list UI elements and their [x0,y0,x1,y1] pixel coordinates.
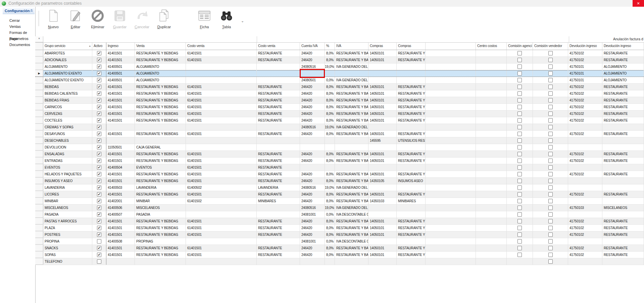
cell-grupo_servicio[interactable]: EVENTOS [43,164,92,171]
checkbox[interactable] [517,105,522,109]
cell-venta[interactable]: EVENTOS [135,164,186,171]
cell-devolucion_ingreso[interactable] [568,178,602,184]
cell-devolucion_ingreso_desc[interactable] [602,184,644,191]
cell-costo_venta_desc[interactable]: RESTAURANTE [257,164,300,171]
checkbox[interactable] [548,159,553,163]
cell-compras[interactable]: 14050101 [368,131,397,137]
cell-compras_desc[interactable] [397,124,426,130]
cell-comision_agencia[interactable] [507,90,533,97]
cell-compras_desc[interactable]: RESTAURANTE Y B [397,97,426,103]
checkbox[interactable] [548,51,553,55]
cell-ingreso[interactable]: 41401501 [106,90,135,97]
cell-activo[interactable] [92,111,106,117]
cell-costo_venta[interactable]: 61401501 [186,131,257,137]
cell-devolucion_ingreso[interactable]: 41750102 [568,231,602,238]
double-chevron-up-icon[interactable] [30,8,33,14]
cell-comision_vendedor[interactable] [533,252,568,258]
cell-costo_venta[interactable]: 61401501 [186,111,257,117]
cell-cuenta_iva[interactable]: 24080516 [300,124,325,130]
cell-devolucion_ingreso_desc[interactable]: ALOJAMIENTO [602,63,644,70]
cell-costo_venta[interactable]: 61401501 [186,97,257,103]
cell-porcentaje[interactable]: 0,0% [325,238,335,245]
cell-costo_venta[interactable]: 61401501 [186,90,257,97]
cell-activo[interactable] [92,90,106,97]
checkbox[interactable] [548,206,553,210]
cell-costo_venta_desc[interactable]: RESTAURANTE [257,252,300,258]
cell-compras[interactable] [368,184,397,191]
checkbox[interactable] [548,192,553,197]
cell-devolucion_ingreso[interactable] [568,124,602,130]
cell-porcentaje[interactable]: 8,0% [325,252,335,258]
cell-compras[interactable]: 14350103 [368,198,397,204]
cell-iva[interactable]: RESTAURANTE Y BAR 8 [335,111,368,117]
cell-ingreso[interactable]: 41401501 [106,158,135,164]
cell-indicator[interactable] [35,211,43,218]
cell-sin_titulo[interactable] [426,164,476,171]
cell-compras_desc[interactable]: RESTAURANTE Y B [397,245,426,251]
cell-iva[interactable]: RESTAURANTE Y BAR 8 [335,151,368,157]
cell-venta[interactable]: RESTAURANTE Y BEBIDAS [135,225,186,231]
cell-iva[interactable]: RESTAURANTE Y BAR 8 [335,225,368,231]
cell-sin_titulo[interactable] [426,238,476,245]
cell-cuenta_iva[interactable]: 246420 [300,97,325,103]
column-header-comision_agencia[interactable]: Comisión agenci [507,43,533,50]
checkbox[interactable] [97,64,101,69]
cell-comision_agencia[interactable] [507,137,533,144]
cell-ingreso[interactable]: 41401501 [106,151,135,157]
cell-cuenta_iva[interactable]: 246420 [300,104,325,110]
cell-ingreso[interactable]: 41400501 [106,70,135,77]
cell-centro_costos[interactable] [476,63,507,70]
cell-cuenta_iva[interactable]: 246420 [300,225,325,231]
checkbox[interactable] [517,71,522,76]
cell-devolucion_ingreso_desc[interactable]: RESTAURANTE [602,191,644,198]
cell-grupo_servicio[interactable]: BEBIDAS FRIAS [43,97,92,103]
cell-devolucion_ingreso[interactable] [568,184,602,191]
cell-iva[interactable]: RESTAURANTE Y BAR 8 [335,158,368,164]
cell-sin_titulo[interactable] [426,211,476,218]
cell-iva[interactable]: IVA GENERADO DEL 19 [335,124,368,130]
cell-indicator[interactable] [35,77,43,83]
cell-compras[interactable]: 14050101 [368,97,397,103]
cell-iva[interactable]: RESTAURANTE Y BAR 8 [335,57,368,63]
cell-compras_desc[interactable]: RESTAURANTE Y B [397,252,426,258]
checkbox[interactable] [97,172,101,176]
cell-cuenta_iva[interactable]: 246420 [300,151,325,157]
checkbox[interactable] [97,253,101,257]
checkbox[interactable] [97,179,101,183]
cell-grupo_servicio[interactable]: COCTELES [43,117,92,124]
cell-porcentaje[interactable] [325,144,335,150]
checkbox[interactable] [97,145,101,149]
cell-indicator[interactable] [35,191,43,198]
cell-compras[interactable]: 14050101 [368,84,397,90]
cell-compras[interactable] [368,63,397,70]
cell-comision_vendedor[interactable] [533,104,568,110]
checkbox[interactable] [517,239,522,244]
cell-activo[interactable] [92,117,106,124]
cell-iva[interactable] [335,70,368,77]
cell-grupo_servicio[interactable]: DEVOLUCION [43,144,92,150]
cell-sin_titulo[interactable] [426,70,476,77]
cell-venta[interactable]: PASADIA [135,211,186,218]
checkbox[interactable] [517,185,522,190]
cell-costo_venta_desc[interactable]: RESTAURANTE [257,158,300,164]
cell-sin_titulo[interactable] [426,137,476,144]
cell-cuenta_iva[interactable]: 246420 [300,198,325,204]
cell-compras[interactable] [368,211,397,218]
cell-porcentaje[interactable]: 8,0% [325,97,335,103]
cell-costo_venta[interactable] [186,205,257,211]
cell-compras[interactable]: 14050101 [368,245,397,251]
checkbox[interactable] [548,199,553,203]
cell-compras_desc[interactable] [397,211,426,218]
cell-iva[interactable]: IVA DESCONTABLE 0% [335,238,368,245]
cell-devolucion_ingreso[interactable]: 41750103 [568,205,602,211]
cell-iva[interactable]: IVA GENERADO DEL 19 [335,205,368,211]
cell-sin_titulo[interactable] [426,77,476,83]
cell-costo_venta_desc[interactable]: RESTAURANTE [257,90,300,97]
cell-venta[interactable]: RESTAURANTE Y BEBIDAS [135,97,186,103]
cell-indicator[interactable] [35,252,43,258]
checkbox[interactable] [97,246,101,250]
cell-compras_desc[interactable]: INSUMOS ASEO [397,178,426,184]
cell-grupo_servicio[interactable]: LAVANDERIA [43,184,92,191]
cell-iva[interactable]: RESTAURANTE Y BAR 8 [335,90,368,97]
cell-compras_desc[interactable]: RESTAURANTE Y B [397,171,426,177]
